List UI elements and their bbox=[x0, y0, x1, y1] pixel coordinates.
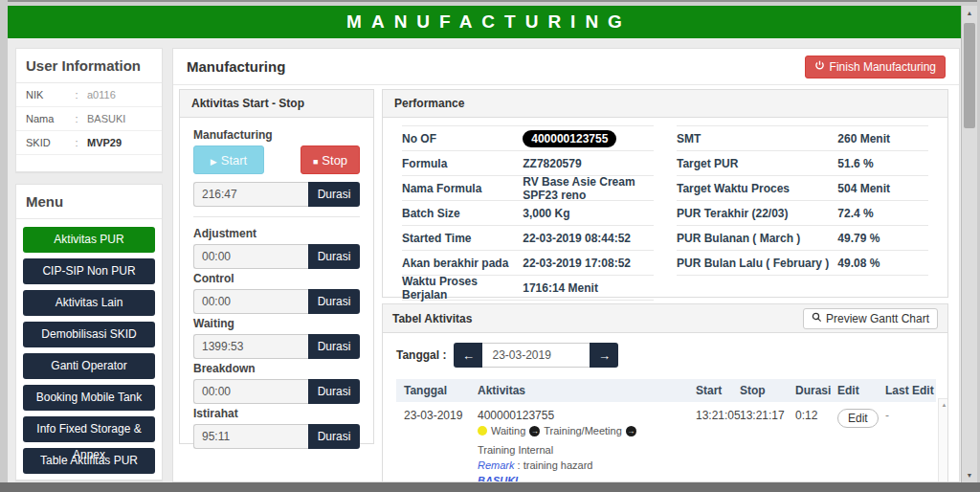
scrollbar-down-icon[interactable]: ▼ bbox=[962, 468, 977, 482]
date-navigation: Tanggal : ← → bbox=[396, 343, 934, 368]
manufacturing-timer-label: Manufacturing bbox=[193, 128, 360, 142]
row1-activity-3: Training Internal bbox=[478, 442, 553, 458]
manufacturing-duration-input[interactable] bbox=[193, 182, 308, 207]
breakdown-label: Breakdown bbox=[193, 362, 360, 375]
aktivitas-table-header: Tanggal Aktivitas Start Stop Durasi Edit… bbox=[396, 379, 936, 402]
col-edit: Edit bbox=[837, 384, 885, 397]
page-scrollbar[interactable]: ▲ ▼ bbox=[961, 6, 977, 482]
waktu-proses-label: Waktu Proses Berjalan bbox=[402, 275, 523, 302]
istirahat-input[interactable] bbox=[193, 424, 308, 449]
istirahat-durasi-button[interactable]: Durasi bbox=[308, 424, 360, 449]
col-last-edit: Last Edit bbox=[885, 384, 936, 397]
main-header: Manufacturing Finish Manufacturing bbox=[173, 49, 959, 85]
remark-text: : training hazard bbox=[518, 459, 593, 471]
col-aktivitas: Aktivitas bbox=[478, 384, 696, 397]
col-stop: Stop bbox=[740, 384, 795, 397]
pur-terakhir-value: 72.4 % bbox=[837, 207, 928, 220]
previous-date-button[interactable]: ← bbox=[454, 343, 482, 368]
perf-row-target-waktu: Target Waktu Proces 504 Menit bbox=[677, 176, 928, 201]
page-title: Manufacturing bbox=[187, 58, 285, 75]
nama-value: BASUKI bbox=[87, 113, 125, 124]
next-date-button[interactable]: → bbox=[590, 343, 618, 368]
control-durasi-button[interactable]: Durasi bbox=[308, 289, 360, 314]
menu-item-aktivitas-lain[interactable]: Aktivitas Lain bbox=[23, 290, 155, 316]
menu-item-cip-sip-non-pur[interactable]: CIP-SIP Non PUR bbox=[23, 258, 155, 284]
aktivitas-panel-title: Aktivitas Start - Stop bbox=[180, 90, 373, 118]
tabel-aktivitas-body: Tanggal : ← → Tanggal Aktivitas Start St… bbox=[383, 333, 947, 482]
arrow-right-circle-icon: → bbox=[529, 426, 540, 436]
started-time-value: 22-03-2019 08:44:52 bbox=[523, 232, 654, 245]
akan-berakhir-value: 22-03-2019 17:08:52 bbox=[523, 257, 654, 270]
target-waktu-label: Target Waktu Proces bbox=[677, 182, 837, 195]
perf-row-nama-formula: Nama Formula RV Base Asie Cream SPF23 re… bbox=[402, 176, 654, 201]
play-icon: ▶ bbox=[211, 157, 217, 167]
breakdown-durasi-button[interactable]: Durasi bbox=[308, 379, 360, 404]
table-scrollbar[interactable]: ▲ bbox=[938, 398, 948, 482]
row1-stop: 13:21:17 bbox=[740, 409, 795, 422]
search-icon bbox=[812, 312, 822, 325]
manufacturing-durasi-button[interactable]: Durasi bbox=[308, 182, 360, 207]
tanggal-label: Tanggal : bbox=[396, 348, 446, 362]
menu-item-info-fixed-storage[interactable]: Info Fixed Storage & Annex bbox=[23, 416, 155, 442]
waiting-durasi-button[interactable]: Durasi bbox=[308, 334, 360, 359]
row1-last-edit: - bbox=[885, 409, 936, 422]
skid-value: MVP29 bbox=[87, 137, 122, 148]
window-edge-left bbox=[0, 0, 8, 492]
breakdown-group: Durasi bbox=[193, 379, 360, 404]
perf-row-pur-bulanan: PUR Bulanan ( March ) 49.79 % bbox=[677, 226, 928, 251]
menu-item-table-aktifitas-pur[interactable]: Table Aktifitas PUR bbox=[23, 448, 155, 474]
manufacturing-duration-group: Durasi bbox=[193, 182, 360, 207]
scrollbar-up-icon[interactable]: ▲ bbox=[962, 6, 977, 20]
perf-row-pur-bulan-lalu: PUR Bulan Lalu ( February ) 49.08 % bbox=[677, 251, 928, 276]
start-button[interactable]: ▶Start bbox=[193, 145, 264, 174]
perf-row-no-of: No OF 400000123755 bbox=[402, 126, 654, 151]
no-of-label: No OF bbox=[402, 132, 523, 145]
edit-button[interactable]: Edit bbox=[837, 409, 879, 428]
adjustment-durasi-button[interactable]: Durasi bbox=[308, 244, 360, 269]
performance-title: Performance bbox=[383, 90, 947, 118]
row1-activity-chain: Waiting → Training/Meeting → Training In… bbox=[478, 423, 696, 458]
stop-label: Stop bbox=[322, 153, 347, 168]
pur-bulanan-label: PUR Bulanan ( March ) bbox=[677, 232, 837, 245]
adjustment-input[interactable] bbox=[193, 244, 308, 269]
perf-row-formula: Formula ZZ7820579 bbox=[402, 151, 654, 176]
table-row: 23-03-2019 400000123755 Waiting → Traini… bbox=[396, 402, 936, 482]
menu-item-ganti-operator[interactable]: Ganti Operator bbox=[23, 353, 155, 379]
preview-gantt-chart-label: Preview Gantt Chart bbox=[826, 312, 929, 325]
scrollbar-thumb[interactable] bbox=[964, 23, 975, 128]
power-icon bbox=[814, 60, 825, 74]
control-input[interactable] bbox=[193, 289, 308, 314]
arrow-right-icon: → bbox=[598, 348, 611, 363]
menu-item-booking-mobile-tank[interactable]: Booking Mobile Tank bbox=[23, 385, 155, 411]
batch-size-label: Batch Size bbox=[402, 207, 523, 220]
date-input[interactable] bbox=[482, 343, 590, 368]
preview-gantt-chart-button[interactable]: Preview Gantt Chart bbox=[803, 308, 938, 329]
control-label: Control bbox=[193, 272, 360, 285]
breakdown-input[interactable] bbox=[193, 379, 308, 404]
nik-value: a0116 bbox=[87, 89, 116, 101]
finish-manufacturing-label: Finish Manufacturing bbox=[830, 60, 936, 74]
pur-bulan-lalu-value: 49.08 % bbox=[837, 257, 928, 270]
menu-item-aktivitas-pur[interactable]: Aktivitas PUR bbox=[23, 227, 155, 253]
row1-operator: BASUKI bbox=[478, 473, 696, 482]
istirahat-label: Istirahat bbox=[193, 407, 360, 420]
pur-bulanan-value: 49.79 % bbox=[837, 232, 928, 245]
akan-berakhir-label: Akan berakhir pada bbox=[402, 257, 523, 270]
scroll-up-icon[interactable]: ▲ bbox=[939, 399, 948, 412]
arrow-right-circle-icon: → bbox=[626, 426, 636, 436]
finish-manufacturing-button[interactable]: Finish Manufacturing bbox=[805, 56, 946, 78]
waktu-proses-value: 1716:14 Menit bbox=[523, 281, 654, 295]
perf-row-target-pur: Target PUR 51.6 % bbox=[677, 151, 928, 176]
perf-row-smt: SMT 260 Menit bbox=[677, 126, 928, 151]
menu-item-demobilisasi-skid[interactable]: Demobilisasi SKID bbox=[23, 322, 155, 347]
waiting-input[interactable] bbox=[193, 334, 308, 359]
performance-left-column: No OF 400000123755 Formula ZZ7820579 Nam… bbox=[402, 125, 654, 301]
stop-button[interactable]: ■Stop bbox=[301, 145, 360, 174]
menu-title: Menu bbox=[16, 185, 162, 219]
stop-square-icon: ■ bbox=[313, 157, 318, 167]
waiting-group: Durasi bbox=[193, 334, 360, 359]
waiting-status-dot bbox=[478, 426, 487, 436]
row1-remark: Remark : training hazard bbox=[478, 458, 696, 473]
row1-tanggal: 23-03-2019 bbox=[396, 409, 478, 422]
nik-separator: : bbox=[66, 89, 87, 101]
